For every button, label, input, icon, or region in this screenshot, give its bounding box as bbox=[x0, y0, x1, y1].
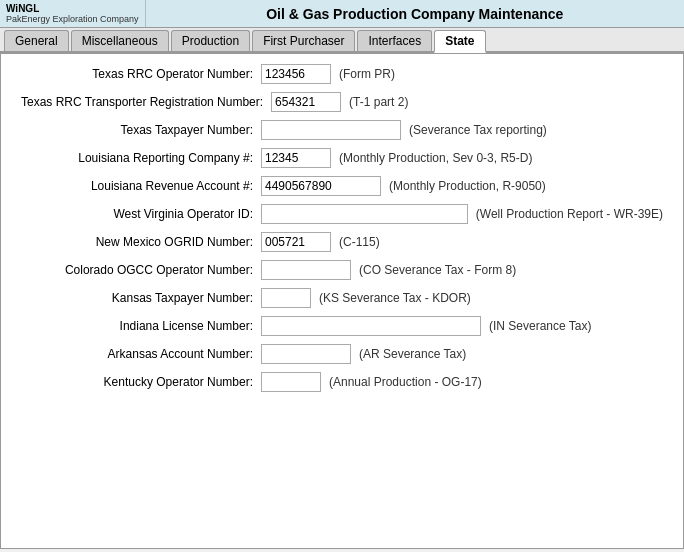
app-info: WiNGL PakEnergy Exploration Company bbox=[0, 0, 146, 27]
field-label: Arkansas Account Number: bbox=[21, 347, 261, 361]
form-row: Louisiana Reporting Company #:(Monthly P… bbox=[21, 148, 663, 168]
form-row: West Virginia Operator ID:(Well Producti… bbox=[21, 204, 663, 224]
form-row: Kentucky Operator Number:(Annual Product… bbox=[21, 372, 663, 392]
field-hint: (AR Severance Tax) bbox=[359, 347, 466, 361]
tab-miscellaneous[interactable]: Miscellaneous bbox=[71, 30, 169, 51]
form-row: Texas Taxpayer Number:(Severance Tax rep… bbox=[21, 120, 663, 140]
field-input[interactable] bbox=[261, 204, 468, 224]
field-input[interactable] bbox=[261, 176, 381, 196]
field-input[interactable] bbox=[261, 64, 331, 84]
tab-interfaces[interactable]: Interfaces bbox=[357, 30, 432, 51]
field-label: Kentucky Operator Number: bbox=[21, 375, 261, 389]
field-input[interactable] bbox=[271, 92, 341, 112]
field-input[interactable] bbox=[261, 372, 321, 392]
field-hint: (IN Severance Tax) bbox=[489, 319, 592, 333]
field-label: Louisiana Revenue Account #: bbox=[21, 179, 261, 193]
field-input[interactable] bbox=[261, 232, 331, 252]
form-row: Texas RRC Transporter Registration Numbe… bbox=[21, 92, 663, 112]
form-row: Kansas Taxpayer Number:(KS Severance Tax… bbox=[21, 288, 663, 308]
field-label: Kansas Taxpayer Number: bbox=[21, 291, 261, 305]
tab-general[interactable]: General bbox=[4, 30, 69, 51]
field-hint: (Severance Tax reporting) bbox=[409, 123, 547, 137]
field-input[interactable] bbox=[261, 288, 311, 308]
main-title: Oil & Gas Production Company Maintenance bbox=[146, 0, 684, 27]
form-row: Arkansas Account Number:(AR Severance Ta… bbox=[21, 344, 663, 364]
field-label: Texas RRC Transporter Registration Numbe… bbox=[21, 95, 271, 109]
field-hint: (Form PR) bbox=[339, 67, 395, 81]
company-name: PakEnergy Exploration Company bbox=[6, 14, 139, 24]
field-label: West Virginia Operator ID: bbox=[21, 207, 261, 221]
form-row: Indiana License Number:(IN Severance Tax… bbox=[21, 316, 663, 336]
form-row: New Mexico OGRID Number:(C-115) bbox=[21, 232, 663, 252]
field-input[interactable] bbox=[261, 120, 401, 140]
content-area: Texas RRC Operator Number:(Form PR)Texas… bbox=[0, 53, 684, 549]
app-name: WiNGL bbox=[6, 3, 139, 14]
field-input[interactable] bbox=[261, 148, 331, 168]
title-bar: WiNGL PakEnergy Exploration Company Oil … bbox=[0, 0, 684, 28]
field-hint: (KS Severance Tax - KDOR) bbox=[319, 291, 471, 305]
field-label: Louisiana Reporting Company #: bbox=[21, 151, 261, 165]
field-input[interactable] bbox=[261, 316, 481, 336]
field-label: Texas Taxpayer Number: bbox=[21, 123, 261, 137]
form-row: Louisiana Revenue Account #:(Monthly Pro… bbox=[21, 176, 663, 196]
tab-state[interactable]: State bbox=[434, 30, 485, 53]
tab-first-purchaser[interactable]: First Purchaser bbox=[252, 30, 355, 51]
field-input[interactable] bbox=[261, 344, 351, 364]
field-input[interactable] bbox=[261, 260, 351, 280]
field-hint: (Annual Production - OG-17) bbox=[329, 375, 482, 389]
field-hint: (CO Severance Tax - Form 8) bbox=[359, 263, 516, 277]
field-hint: (Monthly Production, Sev 0-3, R5-D) bbox=[339, 151, 532, 165]
tabs-bar: GeneralMiscellaneousProductionFirst Purc… bbox=[0, 28, 684, 53]
field-hint: (C-115) bbox=[339, 235, 380, 249]
field-label: Texas RRC Operator Number: bbox=[21, 67, 261, 81]
form-row: Colorado OGCC Operator Number:(CO Severa… bbox=[21, 260, 663, 280]
tab-production[interactable]: Production bbox=[171, 30, 250, 51]
field-hint: (T-1 part 2) bbox=[349, 95, 408, 109]
field-hint: (Well Production Report - WR-39E) bbox=[476, 207, 663, 221]
field-hint: (Monthly Production, R-9050) bbox=[389, 179, 546, 193]
field-label: Indiana License Number: bbox=[21, 319, 261, 333]
form-row: Texas RRC Operator Number:(Form PR) bbox=[21, 64, 663, 84]
field-label: New Mexico OGRID Number: bbox=[21, 235, 261, 249]
field-label: Colorado OGCC Operator Number: bbox=[21, 263, 261, 277]
